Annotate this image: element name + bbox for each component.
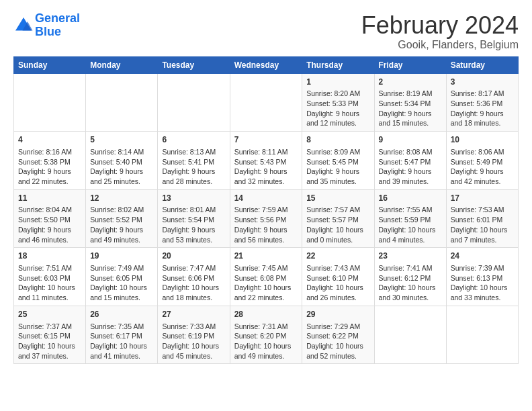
daylight-text: Daylight: 10 hours and 49 minutes. [234,342,292,360]
calendar-cell: 28Sunrise: 7:31 AMSunset: 6:20 PMDayligh… [230,306,302,364]
daylight-text: Daylight: 9 hours and 22 minutes. [18,167,71,185]
sunrise-text: Sunrise: 7:33 AM [162,322,216,330]
sunrise-text: Sunrise: 8:20 AM [306,89,360,97]
daylight-text: Daylight: 9 hours and 49 minutes. [90,226,143,244]
sunset-text: Sunset: 6:20 PM [234,332,287,340]
sunset-text: Sunset: 5:38 PM [18,158,71,166]
day-number: 14 [234,193,298,204]
week-row-2: 4Sunrise: 8:16 AMSunset: 5:38 PMDaylight… [14,132,519,190]
calendar-cell: 15Sunrise: 7:57 AMSunset: 5:57 PMDayligh… [302,189,374,248]
sunrise-text: Sunrise: 7:59 AM [234,205,288,214]
sunrise-text: Sunrise: 7:41 AM [379,264,433,272]
day-number: 24 [451,250,514,262]
daylight-text: Daylight: 10 hours and 22 minutes. [234,283,292,302]
sunset-text: Sunset: 5:56 PM [234,216,287,224]
sunrise-text: Sunrise: 7:57 AM [306,205,360,214]
sunrise-text: Sunrise: 8:14 AM [90,148,144,156]
calendar-cell: 6Sunrise: 8:13 AMSunset: 5:41 PMDaylight… [158,132,230,190]
day-number: 26 [90,309,153,320]
sunrise-text: Sunrise: 8:16 AM [18,148,72,156]
sunset-text: Sunset: 6:17 PM [90,332,142,340]
sunset-text: Sunset: 5:47 PM [379,158,431,166]
daylight-text: Daylight: 10 hours and 7 minutes. [451,226,508,244]
sunrise-text: Sunrise: 7:43 AM [306,264,360,272]
sunset-text: Sunset: 6:13 PM [451,274,503,282]
calendar-cell: 1Sunrise: 8:20 AMSunset: 5:33 PMDaylight… [302,73,374,132]
calendar-cell: 27Sunrise: 7:33 AMSunset: 6:19 PMDayligh… [158,306,230,364]
day-number: 27 [162,309,225,320]
sunrise-text: Sunrise: 8:19 AM [379,89,433,97]
day-number: 8 [306,134,369,146]
calendar-cell: 17Sunrise: 7:53 AMSunset: 6:01 PMDayligh… [446,189,518,248]
sunrise-text: Sunrise: 7:53 AM [451,205,504,214]
sunset-text: Sunset: 5:45 PM [306,158,359,166]
sunrise-text: Sunrise: 8:04 AM [18,205,72,214]
daylight-text: Daylight: 10 hours and 45 minutes. [162,342,219,360]
calendar-cell [230,73,302,132]
subtitle: Gooik, Flanders, Belgium [361,39,519,51]
calendar-cell: 13Sunrise: 8:01 AMSunset: 5:54 PMDayligh… [158,189,230,248]
sunset-text: Sunset: 6:03 PM [18,274,71,282]
day-number: 5 [90,134,153,146]
sunrise-text: Sunrise: 8:06 AM [451,148,504,156]
daylight-text: Daylight: 9 hours and 28 minutes. [162,167,215,185]
calendar-cell: 18Sunrise: 7:51 AMSunset: 6:03 PMDayligh… [14,248,86,306]
sunset-text: Sunset: 6:01 PM [451,216,503,224]
day-number: 28 [234,309,298,320]
calendar-cell: 25Sunrise: 7:37 AMSunset: 6:15 PMDayligh… [14,306,86,364]
week-row-3: 11Sunrise: 8:04 AMSunset: 5:50 PMDayligh… [14,189,519,248]
calendar-cell: 7Sunrise: 8:11 AMSunset: 5:43 PMDaylight… [230,132,302,190]
calendar-cell: 8Sunrise: 8:09 AMSunset: 5:45 PMDaylight… [302,132,374,190]
daylight-text: Daylight: 10 hours and 15 minutes. [90,283,147,302]
sunrise-text: Sunrise: 7:47 AM [162,264,216,272]
logo-line1: General [35,11,80,25]
col-thursday: Thursday [302,56,374,73]
day-number: 25 [18,309,81,320]
col-sunday: Sunday [14,56,86,73]
week-row-5: 25Sunrise: 7:37 AMSunset: 6:15 PMDayligh… [14,306,519,364]
calendar-cell [158,73,230,132]
calendar-cell: 9Sunrise: 8:08 AMSunset: 5:47 PMDaylight… [374,132,446,190]
calendar-cell [446,306,518,364]
day-number: 4 [18,134,81,146]
sunrise-text: Sunrise: 7:39 AM [451,264,504,272]
header-row: Sunday Monday Tuesday Wednesday Thursday… [14,56,519,73]
main-title: February 2024 [361,12,519,39]
day-number: 22 [306,250,369,262]
sunrise-text: Sunrise: 8:01 AM [162,205,216,214]
sunrise-text: Sunrise: 8:02 AM [90,205,144,214]
sunset-text: Sunset: 6:05 PM [90,274,142,282]
calendar-table: Sunday Monday Tuesday Wednesday Thursday… [13,56,519,365]
sunset-text: Sunset: 6:22 PM [306,332,359,340]
calendar-cell: 4Sunrise: 8:16 AMSunset: 5:38 PMDaylight… [14,132,86,190]
day-number: 2 [379,77,442,88]
title-block: February 2024 Gooik, Flanders, Belgium [361,12,519,51]
calendar-cell: 23Sunrise: 7:41 AMSunset: 6:12 PMDayligh… [374,248,446,306]
calendar-cell: 11Sunrise: 8:04 AMSunset: 5:50 PMDayligh… [14,189,86,248]
calendar-cell: 20Sunrise: 7:47 AMSunset: 6:06 PMDayligh… [158,248,230,306]
sunrise-text: Sunrise: 7:51 AM [18,264,72,272]
daylight-text: Daylight: 10 hours and 33 minutes. [451,283,508,302]
day-number: 17 [451,193,514,204]
day-number: 20 [162,250,225,262]
calendar-cell [14,73,86,132]
sunrise-text: Sunrise: 7:37 AM [18,322,72,330]
daylight-text: Daylight: 9 hours and 18 minutes. [451,109,504,128]
sunrise-text: Sunrise: 7:45 AM [234,264,288,272]
daylight-text: Daylight: 10 hours and 41 minutes. [90,342,147,360]
daylight-text: Daylight: 10 hours and 52 minutes. [306,342,363,360]
day-number: 15 [306,193,369,204]
daylight-text: Daylight: 10 hours and 26 minutes. [306,283,363,302]
calendar-cell: 26Sunrise: 7:35 AMSunset: 6:17 PMDayligh… [86,306,158,364]
sunset-text: Sunset: 6:08 PM [234,274,287,282]
daylight-text: Daylight: 9 hours and 12 minutes. [306,109,359,128]
daylight-text: Daylight: 10 hours and 37 minutes. [18,342,75,360]
daylight-text: Daylight: 9 hours and 42 minutes. [451,167,504,185]
day-number: 19 [90,250,153,262]
sunrise-text: Sunrise: 8:08 AM [379,148,433,156]
daylight-text: Daylight: 10 hours and 11 minutes. [18,283,75,302]
sunset-text: Sunset: 5:54 PM [162,216,214,224]
day-number: 12 [90,193,153,204]
sunset-text: Sunset: 6:19 PM [162,332,214,340]
calendar-cell [374,306,446,364]
